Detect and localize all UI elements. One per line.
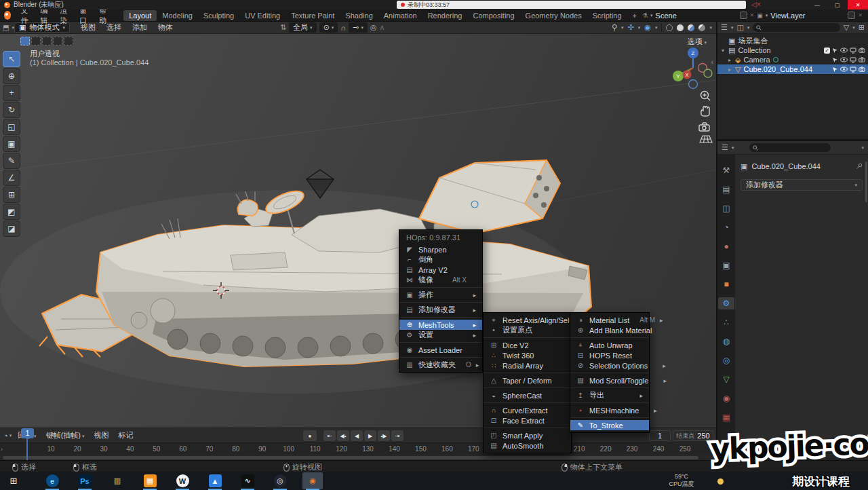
meshtools-menu-item[interactable]: ◰ Smart Apply bbox=[484, 430, 571, 440]
snap-magnet-icon[interactable]: ∩ bbox=[340, 24, 346, 32]
camera-row[interactable]: ▸ ⬙ Camera bbox=[717, 55, 868, 64]
properties-tab[interactable]: ∴ bbox=[718, 316, 734, 328]
workspace-tab[interactable]: Geometry Nodes bbox=[520, 10, 587, 21]
taskbar-app[interactable]: ▦ bbox=[140, 472, 160, 489]
hide-eye-icon[interactable] bbox=[840, 67, 848, 72]
blender-menu-logo[interactable] bbox=[4, 11, 11, 20]
select-mode-subtract[interactable] bbox=[42, 37, 52, 45]
properties-scrollbar[interactable] bbox=[865, 162, 867, 202]
properties-tab[interactable]: ⚙ bbox=[718, 297, 734, 309]
editor-type-icon[interactable]: ⬒ bbox=[3, 24, 9, 31]
tool-button[interactable]: ▣ bbox=[3, 136, 20, 152]
collection-row[interactable]: ▾ ▤ Collection ✓ bbox=[717, 45, 868, 55]
pan-view-icon[interactable] bbox=[701, 107, 709, 116]
workspace-tab[interactable]: UV Editing bbox=[239, 10, 285, 21]
jump-end-button[interactable]: ⇥ bbox=[391, 430, 403, 441]
shading-rendered-icon[interactable] bbox=[698, 24, 705, 31]
select-mode-intersect[interactable] bbox=[64, 37, 73, 45]
add-modifier-dropdown[interactable]: 添加修改器 ▾ bbox=[741, 179, 863, 191]
hops-menu-item[interactable]: ⊕ MeshTools ▸ bbox=[399, 320, 482, 330]
new-viewlayer-icon[interactable] bbox=[848, 12, 855, 19]
tostroke-menu-item[interactable]: ⊟ HOPS Reset bbox=[570, 350, 649, 360]
muted-speaker-icon[interactable]: ◁× bbox=[751, 1, 761, 9]
filter-funnel-icon[interactable]: ▽ bbox=[844, 23, 849, 32]
tray-moon-icon[interactable] bbox=[717, 478, 724, 485]
timeline-menu-item[interactable]: 键帧(插帧) ▾ bbox=[41, 430, 90, 440]
minimize-button[interactable]: — bbox=[807, 0, 827, 10]
timeline-scrollbar[interactable] bbox=[3, 456, 698, 459]
workspace-tab[interactable]: Layout bbox=[123, 10, 157, 21]
collection-checkbox[interactable]: ✓ bbox=[824, 48, 830, 54]
render-disable-icon[interactable] bbox=[859, 57, 865, 62]
ruler-left-arrow-icon[interactable]: › bbox=[1, 446, 3, 453]
shading-material-icon[interactable] bbox=[688, 24, 694, 31]
properties-tab[interactable]: ▣ bbox=[718, 259, 734, 271]
tostroke-menu-item[interactable]: ◑ Material List Alt M ▸ bbox=[570, 315, 649, 325]
remove-viewlayer-icon[interactable]: ✕ bbox=[858, 12, 863, 18]
next-keyframe-button[interactable]: •▶ bbox=[378, 430, 390, 441]
properties-editor-icon[interactable]: ☰ bbox=[722, 143, 728, 152]
outliner-search[interactable] bbox=[753, 23, 840, 32]
options-dropdown[interactable]: 选项 ▾ bbox=[687, 37, 707, 47]
tostroke-menu-item[interactable]: ▤ Mod Scroll/Toggle ▸ bbox=[570, 375, 649, 385]
taskbar-app[interactable]: e bbox=[42, 472, 62, 489]
outliner-options-icon[interactable]: ⊞ bbox=[859, 23, 865, 32]
hide-eye-icon[interactable] bbox=[840, 57, 848, 62]
unlink-scene-icon[interactable]: ✕ bbox=[750, 12, 755, 18]
outliner-display-mode-icon[interactable]: ☰ bbox=[721, 23, 728, 32]
workspace-tab[interactable]: + bbox=[627, 10, 642, 21]
pivot-dropdown[interactable]: ⊙▾ bbox=[319, 22, 338, 33]
tool-button[interactable]: ✎ bbox=[3, 153, 20, 169]
start-button[interactable]: ⊞ bbox=[0, 472, 27, 490]
timeline-menu-item[interactable]: 视图 bbox=[89, 430, 113, 440]
viewport-disable-icon[interactable] bbox=[850, 48, 856, 54]
tool-button[interactable]: ↖ bbox=[3, 51, 20, 67]
scene-name[interactable]: Scene bbox=[656, 12, 737, 20]
properties-tab[interactable]: ◔ bbox=[718, 221, 734, 233]
npanel-collapse-icon[interactable]: ‹ bbox=[711, 58, 713, 66]
hops-menu-item[interactable]: ▤ 添加修改器 ▸ bbox=[399, 305, 482, 315]
overlays-icon[interactable]: ◉ bbox=[644, 23, 651, 32]
hops-menu-item[interactable]: ▥ 快速收藏夹 O ▸ bbox=[399, 360, 482, 370]
record-button[interactable]: ● bbox=[303, 430, 317, 441]
proportional-edit-icon[interactable]: ◎ bbox=[370, 23, 377, 32]
selectable-icon[interactable] bbox=[832, 67, 838, 73]
tostroke-menu-item[interactable]: ▪ MESHmachine ▸ bbox=[570, 405, 649, 415]
selectable-icon[interactable] bbox=[832, 57, 838, 63]
shading-solid-icon[interactable] bbox=[677, 24, 684, 31]
properties-tab[interactable]: ◉ bbox=[718, 392, 734, 404]
meshtools-menu-item[interactable]: ▤ AutoSmooth bbox=[484, 440, 571, 451]
taskbar-app[interactable]: ▲ bbox=[205, 472, 225, 489]
properties-tab[interactable]: ▦ bbox=[718, 411, 734, 423]
hops-menu-item[interactable]: ◉ Asset Loader bbox=[399, 345, 482, 355]
tool-button[interactable]: ◱ bbox=[3, 119, 20, 135]
workspace-tab[interactable]: Animation bbox=[378, 10, 422, 21]
shading-wireframe-icon[interactable] bbox=[666, 24, 673, 31]
workspace-tab[interactable]: Texture Paint bbox=[285, 10, 340, 21]
properties-tab[interactable]: ▽ bbox=[718, 373, 734, 385]
select-mode-set[interactable] bbox=[20, 37, 30, 45]
select-mode-extend[interactable] bbox=[31, 37, 41, 45]
workspace-tab[interactable]: Modeling bbox=[157, 10, 198, 21]
properties-search[interactable] bbox=[749, 143, 831, 152]
tool-button[interactable]: ∠ bbox=[3, 170, 20, 186]
show-gizmo-icon[interactable]: ⚲ bbox=[612, 23, 617, 32]
render-disable-icon[interactable] bbox=[859, 67, 865, 72]
end-frame-field[interactable]: 结束点 250 bbox=[673, 430, 713, 441]
viewport-menu-item[interactable]: 添加 bbox=[127, 22, 153, 33]
viewport-disable-icon[interactable] bbox=[850, 67, 856, 73]
tool-button[interactable]: ⊕ bbox=[3, 68, 20, 84]
tostroke-menu-item[interactable]: ↥ 导出 ▸ bbox=[570, 390, 649, 400]
selectable-icon[interactable] bbox=[832, 48, 838, 54]
workspace-tab[interactable]: Scripting bbox=[587, 10, 627, 21]
hide-eye-icon[interactable] bbox=[840, 48, 848, 53]
taskbar-app[interactable]: ▥ bbox=[107, 472, 127, 489]
properties-tab[interactable]: ▤ bbox=[718, 183, 734, 195]
properties-tab[interactable]: ◍ bbox=[718, 335, 734, 347]
meshtools-menu-item[interactable]: ∩ Curve/Extract bbox=[484, 405, 571, 415]
select-mode-invert[interactable] bbox=[53, 37, 62, 45]
playhead-badge[interactable]: 1 bbox=[21, 428, 34, 438]
hops-menu-item[interactable]: ⌐ 倒角 bbox=[399, 255, 482, 265]
tostroke-menu-item[interactable]: + Auto Unwrap bbox=[570, 340, 649, 350]
frame-ruler[interactable]: 1020304050607080901001101201301401501601… bbox=[0, 443, 716, 455]
